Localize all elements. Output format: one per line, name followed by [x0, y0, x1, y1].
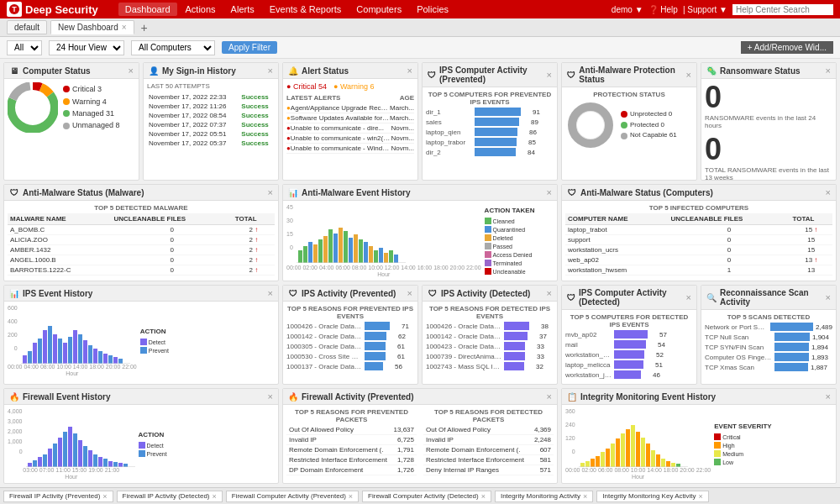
close-bottom-tab-3[interactable]: × — [481, 492, 486, 501]
alert-status-close[interactable]: × — [407, 66, 412, 76]
user-label[interactable]: demo ▼ — [612, 5, 643, 14]
ips-computer-prevented-widget: 🛡 IPS Computer Activity (Prevented) × TO… — [422, 62, 558, 181]
signin-history-close[interactable]: × — [268, 66, 273, 76]
ips-prevented-close[interactable]: × — [547, 71, 552, 80]
svg-rect-23 — [369, 246, 373, 263]
svg-rect-73 — [585, 461, 590, 467]
fap-close[interactable]: × — [547, 392, 552, 402]
table-row: Restricted Interface Enforcement1,728 — [286, 455, 417, 465]
amp-subtitle: PROTECTION STATUS — [565, 91, 693, 98]
infected-computers-table: COMPUTER NAMEUNCLEANABLE FILESTOTAL lapt… — [565, 213, 832, 276]
svg-rect-42 — [83, 340, 87, 364]
im-title: 📋 Integrity Monitoring Event History — [567, 391, 716, 402]
protection-donut-chart — [565, 100, 616, 150]
support-label[interactable]: | Support ▼ — [683, 5, 727, 14]
fw-x-label: 03:00 07:00 11:00 15:00 19:00 21:00 — [8, 467, 135, 473]
close-tab-icon[interactable]: × — [122, 23, 127, 32]
search-input[interactable] — [732, 4, 833, 15]
ips-comp-det-icon: 🛡 — [567, 292, 575, 302]
close-bottom-tab-0[interactable]: × — [102, 492, 107, 501]
add-tab-button[interactable]: + — [138, 21, 151, 34]
table-row: support015 — [565, 235, 832, 245]
bottom-tab-1[interactable]: Firewall IP Activity (Detected) × — [117, 491, 223, 502]
svg-rect-65 — [98, 457, 102, 467]
im-legend: EVENT SEVERITY Critical High Medium Low — [714, 408, 771, 480]
svg-rect-38 — [63, 343, 67, 364]
scope-filter[interactable]: All — [7, 40, 42, 55]
amm-close[interactable]: × — [268, 188, 273, 197]
close-bottom-tab-2[interactable]: × — [349, 492, 353, 501]
ransomware-close[interactable]: × — [826, 66, 831, 76]
bottom-tab-2[interactable]: Firewall Computer Activity (Prevented) × — [226, 491, 359, 502]
feh-header: 🔥 Firewall Event History × — [4, 389, 278, 405]
svg-rect-58 — [63, 432, 67, 467]
computer-status-close[interactable]: × — [129, 66, 134, 76]
table-row: Out Of Allowed Policy4,369 — [423, 425, 554, 435]
apply-filter-button[interactable]: Apply Filter — [222, 41, 277, 54]
bottom-tab-3[interactable]: Firewall Computer Activity (Detected) × — [362, 491, 491, 502]
signin-history-body: LAST 50 ATTEMPTS November 17, 2022 22:33… — [144, 79, 278, 151]
computer-status-header: 🖥 Computer Status × — [4, 63, 139, 79]
ransomware-icon: 🦠 — [706, 66, 717, 76]
nav-dashboard[interactable]: Dashboard — [118, 3, 177, 16]
tab-default[interactable]: default — [7, 20, 47, 34]
close-bottom-tab-5[interactable]: × — [699, 492, 703, 501]
alert-status-widget: 🔔 Alert Status × ● Critical 54 ● Warning… — [282, 62, 418, 181]
alert-status-title: 🔔 Alert Status — [288, 66, 349, 76]
svg-rect-35 — [48, 326, 52, 364]
ameh-chart — [297, 204, 406, 265]
integrity-chart — [579, 408, 688, 467]
svg-rect-79 — [616, 438, 620, 467]
help-label[interactable]: ❓ Help — [648, 5, 678, 14]
svg-rect-59 — [68, 427, 72, 467]
svg-rect-12 — [313, 244, 318, 263]
ipscd-close[interactable]: × — [686, 293, 691, 302]
svg-rect-37 — [58, 339, 62, 364]
table-row: ALICIA.ZOO02 ↑ — [8, 235, 275, 245]
ipsd-close[interactable]: × — [547, 289, 552, 298]
svg-rect-54 — [43, 454, 47, 467]
ransomware-title: 🦠 Ransomware Status — [706, 66, 801, 76]
add-remove-widget-button[interactable]: + Add/Remove Wid... — [741, 41, 833, 54]
close-bottom-tab-4[interactable]: × — [583, 492, 587, 501]
ameh-close[interactable]: × — [547, 188, 552, 197]
nav-alerts[interactable]: Alerts — [224, 3, 261, 16]
recon-body: TOP 5 SCANS DETECTED Network or Port Sca… — [701, 310, 836, 376]
bottom-tab-5[interactable]: Integrity Monitoring Key Activity × — [596, 491, 708, 502]
ips-prevented-body: TOP 5 COMPUTERS FOR PREVENTED IPS EVENTS… — [423, 87, 557, 161]
nav-policies[interactable]: Policies — [410, 3, 455, 16]
nav-events-reports[interactable]: Events & Reports — [263, 3, 349, 16]
ipseh-close[interactable]: × — [268, 289, 273, 298]
scan-icon: 🔍 — [706, 292, 717, 302]
close-bottom-tab-1[interactable]: × — [213, 492, 217, 501]
computers-filter[interactable]: All Computers — [131, 40, 215, 55]
svg-rect-84 — [641, 438, 645, 467]
im-hour-label: Hour — [565, 474, 711, 480]
im-body: 3602401200 — [562, 405, 836, 483]
table-row: November 17, 2022 11:26Success — [147, 102, 275, 111]
amsc-close[interactable]: × — [826, 188, 831, 197]
ransomware-count-24h: 0 — [705, 82, 832, 113]
bottom-tab-0[interactable]: Firewall IP Activity (Prevented) × — [3, 491, 113, 502]
recon-chart: Network or Port Scan2,489 TCP Null Scan1… — [705, 323, 832, 371]
svg-rect-60 — [73, 433, 77, 467]
recon-subtitle: TOP 5 SCANS DETECTED — [705, 313, 832, 321]
alert-icon: 🔔 — [288, 66, 298, 76]
ipsp-close[interactable]: × — [407, 289, 412, 298]
time-filter[interactable]: 24 Hour View — [49, 40, 124, 55]
tab-default-label: default — [14, 23, 39, 32]
nav-actions[interactable]: Actions — [179, 3, 223, 16]
recon-close[interactable]: × — [826, 293, 831, 302]
firewall-event-history-widget: 🔥 Firewall Event History × 4,0003,0002,0… — [3, 388, 279, 484]
amp-close[interactable]: × — [686, 71, 691, 80]
malware-icon: 🛡 — [9, 187, 19, 197]
im-close[interactable]: × — [826, 392, 831, 402]
bottom-tab-4[interactable]: Integrity Monitoring Activity × — [495, 491, 593, 502]
svg-rect-89 — [666, 461, 670, 467]
nav-computers[interactable]: Computers — [349, 3, 408, 16]
alert-row: ●Unable to communicate - dire...Novm... — [286, 123, 414, 134]
ipsp-subtitle: TOP 5 REASONS FOR PREVENTED IPS EVENTS — [286, 305, 414, 320]
ipsd-header: 🛡 IPS Activity (Detected) × — [423, 286, 557, 302]
tab-new-dashboard[interactable]: New Dashboard × — [50, 20, 134, 34]
feh-close[interactable]: × — [268, 392, 273, 402]
